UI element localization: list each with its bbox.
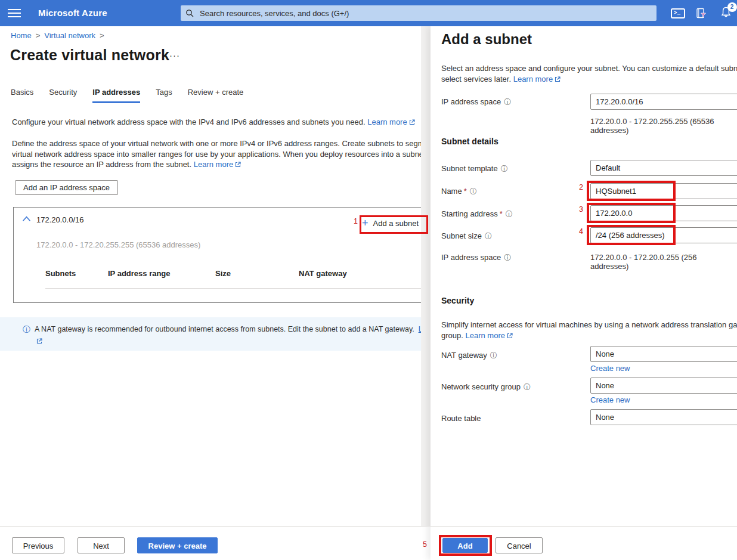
cloud-shell-button[interactable]: >_ [669, 0, 687, 26]
top-bar: Microsoft Azure >_ 2 [0, 0, 737, 26]
ip-address-space-label: IP address spaceⓘ [441, 97, 511, 107]
nat-gateway-create-new-link[interactable]: Create new [590, 364, 630, 373]
required-asterisk: * [464, 187, 467, 196]
security-heading: Security [441, 296, 474, 305]
subnet-name-input[interactable]: HQSubnet1 [590, 183, 737, 199]
title-more-menu-icon[interactable]: ··· [169, 50, 180, 60]
next-button[interactable]: Next [78, 537, 125, 553]
panel-intro-line2: select services later. Learn more [441, 75, 561, 83]
info-icon: ⓘ [23, 324, 30, 335]
tab-security[interactable]: Security [49, 88, 77, 103]
cancel-button[interactable]: Cancel [496, 537, 543, 553]
plus-icon: + [362, 218, 368, 228]
address-space-cidr: 172.20.0.0/16 [36, 215, 84, 224]
breadcrumb-separator-icon: > [36, 31, 41, 40]
directory-filter-icon [695, 7, 707, 20]
panel-learn-more-link[interactable]: Learn more [513, 75, 553, 83]
brand-title: Microsoft Azure [38, 8, 107, 18]
breadcrumb-separator-icon: > [100, 31, 104, 40]
info-icon[interactable]: ⓘ [506, 210, 513, 218]
define-paragraph: Define the address space of your virtual… [12, 138, 450, 170]
search-input[interactable] [199, 8, 652, 18]
add-subnet-panel: Add a subnet Select an address space and… [431, 26, 737, 560]
tab-review-create[interactable]: Review + create [188, 88, 244, 103]
breadcrumb-virtual-network-link[interactable]: Virtual network [44, 31, 95, 40]
breadcrumb: Home > Virtual network > [11, 31, 104, 40]
table-divider [45, 288, 423, 289]
info-icon[interactable]: ⓘ [524, 383, 531, 391]
external-link-icon [409, 119, 415, 125]
subnet-template-select[interactable]: Default [590, 160, 737, 176]
nat-gateway-info-banner: ⓘ A NAT gateway is recommended for outbo… [0, 317, 428, 351]
footer-divider [0, 526, 737, 527]
network-security-group-select[interactable]: None [590, 378, 737, 394]
column-header-subnets: Subnets [45, 269, 76, 278]
annotation-step-number-5: 5 [419, 540, 427, 549]
nat-gateway-select[interactable]: None [590, 346, 737, 362]
notifications-button[interactable]: 2 [716, 0, 736, 26]
tab-ip-addresses[interactable]: IP addresses [92, 88, 140, 103]
nsg-create-new-link[interactable]: Create new [590, 395, 630, 404]
ip-address-space-select[interactable]: 172.20.0.0/16 [590, 94, 737, 110]
panel-title: Add a subnet [441, 31, 532, 48]
tab-tags[interactable]: Tags [156, 88, 172, 103]
tab-basics[interactable]: Basics [11, 88, 33, 103]
info-icon[interactable]: ⓘ [490, 351, 497, 360]
subnet-template-label: Subnet templateⓘ [441, 164, 508, 174]
info-icon[interactable]: ⓘ [504, 253, 511, 262]
security-learn-more-link[interactable]: Learn more [466, 331, 505, 340]
address-space-range: 172.20.0.0 - 172.20.255.255 (65536 addre… [36, 240, 200, 249]
external-link-icon[interactable] [36, 338, 42, 344]
intro-learn-more-link[interactable]: Learn more [367, 117, 407, 126]
address-space-card: 172.20.0.0/16 172.20.0.0 - 172.20.255.25… [13, 207, 428, 303]
info-icon[interactable]: ⓘ [470, 187, 477, 196]
ip-address-space-helper: 172.20.0.0 - 172.20.255.255 (65536 addre… [590, 117, 737, 135]
chevron-up-icon[interactable] [22, 216, 31, 222]
previous-button[interactable]: Previous [12, 537, 64, 553]
panel-intro-line1: Select an address space and configure yo… [441, 64, 737, 73]
column-header-size: Size [215, 269, 231, 278]
security-line2: group. Learn more [441, 331, 513, 340]
define-learn-more-link[interactable]: Learn more [194, 160, 233, 169]
external-link-icon [507, 333, 513, 339]
info-icon[interactable]: ⓘ [485, 232, 492, 240]
add-ip-address-space-button[interactable]: Add an IP address space [15, 180, 118, 195]
breadcrumb-home-link[interactable]: Home [11, 31, 32, 40]
route-table-label: Route table [441, 414, 481, 423]
search-icon [185, 9, 194, 17]
notification-count-badge: 2 [727, 2, 737, 12]
info-icon[interactable]: ⓘ [501, 165, 508, 173]
add-subnet-button[interactable]: + Add a subnet [362, 218, 419, 228]
azure-portal-page: Microsoft Azure >_ 2 Ho [0, 0, 737, 560]
column-header-ip-range: IP address range [108, 269, 171, 278]
page-title: Create virtual network [10, 47, 169, 64]
subnet-size-select[interactable]: /24 (256 addresses) [590, 227, 737, 243]
external-link-icon [555, 76, 561, 82]
global-search[interactable] [181, 5, 657, 21]
ip-address-space-readonly-value: 172.20.0.0 - 172.20.0.255 (256 addresses… [590, 253, 737, 271]
required-asterisk: * [500, 209, 503, 218]
wizard-tabs: Basics Security IP addresses Tags Review… [11, 88, 243, 103]
route-table-select[interactable]: None [590, 409, 737, 425]
external-link-icon [235, 162, 241, 168]
ip-address-space-readonly-label: IP address spaceⓘ [441, 253, 511, 263]
add-button[interactable]: Add [442, 538, 488, 553]
intro-paragraph: Configure your virtual network address s… [12, 117, 415, 126]
starting-address-label: Starting address*ⓘ [441, 209, 513, 219]
subnet-size-label: Subnet sizeⓘ [441, 231, 492, 242]
scrollbar-track[interactable] [421, 26, 431, 526]
subnet-name-label: Name*ⓘ [441, 187, 477, 197]
network-security-group-label: Network security groupⓘ [441, 382, 531, 392]
review-create-button[interactable]: Review + create [137, 537, 218, 553]
info-icon[interactable]: ⓘ [504, 98, 511, 106]
starting-address-input[interactable]: 172.20.0.0 [590, 205, 737, 221]
security-line1: Simplify internet access for virtual mac… [441, 320, 737, 329]
nat-gateway-label: NAT gatewayⓘ [441, 351, 497, 361]
terminal-icon: >_ [671, 8, 685, 18]
subnet-details-heading: Subnet details [441, 137, 498, 146]
directory-filter-button[interactable] [692, 0, 710, 26]
hamburger-menu-icon[interactable] [8, 9, 21, 17]
column-header-nat-gateway: NAT gateway [299, 269, 347, 278]
